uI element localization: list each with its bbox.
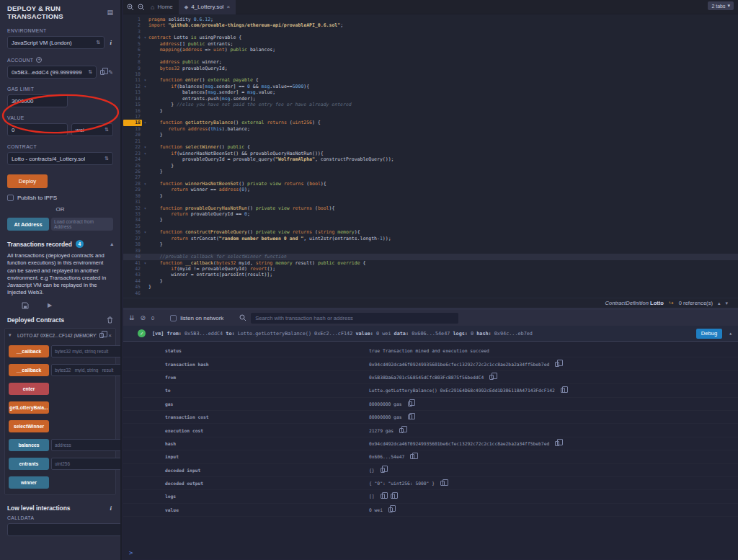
fold-arrow-icon[interactable]: ▾ xyxy=(142,35,148,40)
line-number[interactable]: 6 xyxy=(123,47,142,53)
account-select[interactable]: 0x5B3...eddC4 (99.9999999 ⇅ xyxy=(7,66,97,79)
line-number[interactable]: 2 xyxy=(123,22,142,28)
remove-contract-icon[interactable]: × xyxy=(108,332,112,339)
code-editor[interactable]: 1pragma solidity 0.6.12;2import "github.… xyxy=(123,14,738,298)
copy-value-icon[interactable] xyxy=(410,454,414,459)
value-input[interactable] xyxy=(7,123,68,136)
calldata-input[interactable] xyxy=(7,523,122,536)
copy-value-icon[interactable] xyxy=(381,468,385,473)
toggle-terminal-icon[interactable]: ⇊ xyxy=(129,314,135,321)
line-number[interactable]: 37 xyxy=(123,236,142,241)
zoom-out-icon[interactable] xyxy=(138,4,145,11)
terminal-prompt[interactable]: > xyxy=(129,549,133,556)
environment-select[interactable]: JavaScript VM (London) ⇅ xyxy=(7,36,105,49)
function-button--callback[interactable]: __callback xyxy=(9,364,49,376)
line-number[interactable]: 36 xyxy=(123,229,142,235)
copy-value-icon[interactable] xyxy=(555,441,559,446)
contract-select[interactable]: Lotto - contracts/4_Lottery.sol ⇅ xyxy=(7,152,113,165)
line-number[interactable]: 13 xyxy=(123,89,142,95)
line-number[interactable]: 28 xyxy=(123,181,142,187)
line-number[interactable]: 25 xyxy=(123,163,142,169)
line-number[interactable]: 21 xyxy=(123,138,142,144)
trash-icon[interactable] xyxy=(107,316,113,324)
copy-value-icon[interactable] xyxy=(489,375,494,380)
sign-message-icon[interactable]: ✎ xyxy=(108,69,113,76)
line-number[interactable]: 24 xyxy=(123,156,142,162)
copy-value-icon[interactable] xyxy=(399,428,404,433)
fold-arrow-icon[interactable]: ▾ xyxy=(142,229,148,235)
previous-reference-icon[interactable]: ▴ xyxy=(718,301,721,306)
line-number[interactable]: 40 xyxy=(123,254,142,259)
tabs-dropdown-button[interactable]: 2 tabs ▾ xyxy=(708,1,734,10)
transaction-log-row[interactable]: ✓ [vm] from: 0x5B3...eddC4 to: Lotto.get… xyxy=(123,326,738,342)
function-button-selectwinner[interactable]: selectWinner xyxy=(9,420,49,432)
next-reference-icon[interactable]: ▾ xyxy=(725,301,728,306)
environment-info-icon[interactable]: i xyxy=(108,39,113,46)
tab-home[interactable]: ⌂ Home xyxy=(145,0,179,14)
close-tab-icon[interactable]: × xyxy=(226,4,230,10)
function-args-input[interactable] xyxy=(51,345,122,357)
line-number[interactable]: 16 xyxy=(123,108,142,114)
fold-arrow-icon[interactable]: ▾ xyxy=(142,181,148,187)
at-address-button[interactable]: At Address xyxy=(7,218,49,231)
save-scenario-icon[interactable] xyxy=(22,302,29,309)
line-number[interactable]: 3 xyxy=(123,29,142,35)
fold-arrow-icon[interactable]: ▾ xyxy=(142,260,148,266)
copy-value-icon[interactable] xyxy=(440,481,445,486)
line-number[interactable]: 42 xyxy=(123,266,142,272)
copy-value-icon[interactable] xyxy=(561,388,565,393)
line-number[interactable]: 38 xyxy=(123,241,142,247)
chevron-down-icon[interactable]: ▾ xyxy=(9,332,14,338)
low-level-info-icon[interactable]: i xyxy=(108,505,113,512)
line-number[interactable]: 5 xyxy=(123,41,142,47)
line-number[interactable]: 35 xyxy=(123,223,142,229)
line-number[interactable]: 8 xyxy=(123,59,142,65)
line-number[interactable]: 23 xyxy=(123,151,142,156)
clear-console-icon[interactable]: ⊘ xyxy=(141,314,146,321)
fold-arrow-icon[interactable]: ▾ xyxy=(142,120,148,125)
line-number[interactable]: 41 xyxy=(123,260,142,266)
line-number[interactable]: 10 xyxy=(123,71,142,77)
function-args-input[interactable] xyxy=(51,364,122,376)
line-number[interactable]: 31 xyxy=(123,199,142,205)
line-number[interactable]: 46 xyxy=(123,290,142,296)
line-number[interactable]: 20 xyxy=(123,132,142,138)
listen-network-checkbox[interactable] xyxy=(170,315,177,321)
function-button-getlotterybala-[interactable]: getLotteryBala... xyxy=(9,401,49,414)
fold-arrow-icon[interactable]: ▾ xyxy=(142,144,148,150)
line-number[interactable]: 39 xyxy=(123,248,142,254)
fold-arrow-icon[interactable]: ▾ xyxy=(142,205,148,211)
gas-limit-input[interactable] xyxy=(7,94,68,107)
line-number[interactable]: 33 xyxy=(123,211,142,217)
collapse-log-icon[interactable]: ▴ xyxy=(729,330,732,337)
line-number[interactable]: 14 xyxy=(123,96,142,102)
line-number[interactable]: 12 xyxy=(123,84,142,89)
go-to-definition-icon[interactable]: ↪ xyxy=(669,300,674,306)
fold-arrow-icon[interactable]: ▾ xyxy=(142,151,148,156)
line-number[interactable]: 34 xyxy=(123,217,142,223)
line-number[interactable]: 26 xyxy=(123,169,142,174)
deploy-button[interactable]: Deploy xyxy=(7,174,48,188)
line-number[interactable]: 18 xyxy=(123,120,142,125)
function-button-winner[interactable]: winner xyxy=(9,476,49,489)
function-button-enter[interactable]: enter xyxy=(9,383,49,395)
copy-value-icon[interactable] xyxy=(391,494,395,499)
run-scenario-icon[interactable]: ▶ xyxy=(48,302,52,308)
line-number[interactable]: 30 xyxy=(123,193,142,199)
line-number[interactable]: 43 xyxy=(123,272,142,277)
line-number[interactable]: 15 xyxy=(123,102,142,107)
copy-value-icon[interactable] xyxy=(408,401,412,406)
copy-address-icon[interactable] xyxy=(99,333,104,338)
line-number[interactable]: 19 xyxy=(123,126,142,132)
chevron-up-icon[interactable]: ▴ xyxy=(110,241,113,247)
docs-icon[interactable]: ▤ xyxy=(107,9,113,16)
zoom-in-icon[interactable] xyxy=(127,4,134,11)
function-args-input[interactable] xyxy=(51,439,122,451)
function-button-balances[interactable]: balances xyxy=(9,439,49,451)
publish-ipfs-checkbox[interactable] xyxy=(7,195,14,201)
copy-value-icon[interactable] xyxy=(408,414,412,419)
tab-lottery-sol[interactable]: ◆ 4_Lottery.sol × xyxy=(179,0,236,14)
copy-value-icon[interactable] xyxy=(555,362,559,367)
line-number[interactable]: 1 xyxy=(123,17,142,22)
line-number[interactable]: 11 xyxy=(123,77,142,83)
